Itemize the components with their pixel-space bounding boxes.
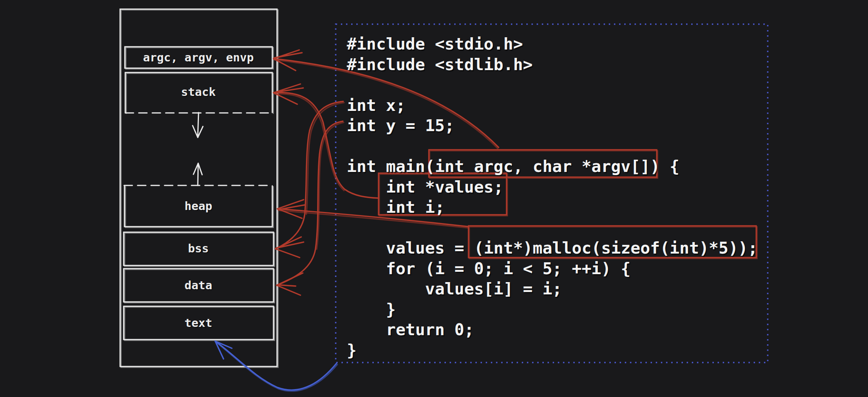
data-segment-label: data [124,278,272,292]
whiteboard-canvas: argc, argv, envp stack heap bss data tex… [0,0,868,397]
code-line [347,75,758,95]
code-line: values[i] = i; [347,279,758,300]
code-line: return 0; [347,320,758,340]
stack-segment-label: stack [124,85,272,99]
code-line: } [347,300,758,320]
heap-segment-label: heap [124,199,272,213]
code-line: #include <stdio.h> [347,34,758,55]
code-line: int x; [347,95,758,116]
code-line: int i; [347,197,758,218]
bss-segment-label: bss [124,241,272,256]
code-line [347,136,758,157]
code-line [347,218,758,239]
code-line: } [347,340,758,361]
code-line: values = (int*)malloc(sizeof(int)*5)); [347,238,758,259]
stack-grows-down-arrow [193,113,203,137]
code-line: int *values; [347,177,758,198]
heap-grows-up-arrow [193,163,202,185]
code-line: for (i = 0; i < 5; ++i) { [347,259,758,279]
text-segment-label: text [124,316,272,330]
code-line: int main(int argc, char *argv[]) { [347,157,758,177]
c-source-code: #include <stdio.h> #include <stdlib.h> i… [347,34,758,361]
args-segment-label: argc, argv, envp [124,50,272,65]
code-line: #include <stdlib.h> [347,55,758,75]
code-line: int y = 15; [347,116,758,136]
